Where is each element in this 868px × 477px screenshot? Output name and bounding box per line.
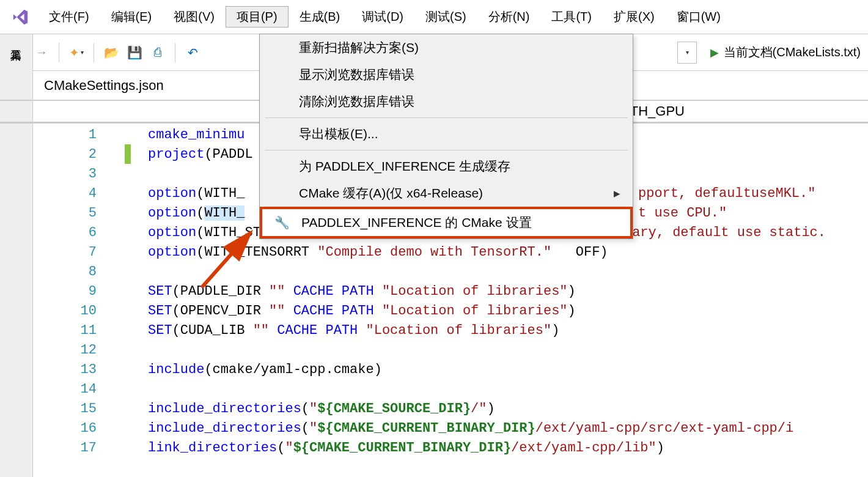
code-line[interactable]: include(cmake/yaml-cpp.cmake): [119, 362, 382, 377]
code-line[interactable]: link_directories("${CMAKE_CURRENT_BINARY…: [119, 440, 664, 456]
menu-视图v[interactable]: 视图(V): [163, 6, 226, 28]
submenu-arrow-icon: ▸: [614, 186, 620, 201]
line-number: 8: [33, 264, 119, 279]
save-button[interactable]: 💾: [123, 42, 145, 64]
line-number: 1: [33, 127, 119, 142]
line-number: 5: [33, 205, 119, 221]
menu-item-1[interactable]: 显示浏览数据库错误: [260, 61, 633, 88]
menu-bar: 文件(F)编辑(E)视图(V)项目(P)生成(B)调试(D)测试(S)分析(N)…: [0, 0, 868, 34]
menu-item-2[interactable]: 清除浏览数据库错误: [260, 88, 633, 115]
line-number: 11: [33, 323, 119, 338]
line-number: 13: [33, 362, 119, 377]
breadcrumb-scope[interactable]: ITH_GPU: [627, 103, 685, 119]
menu-item-4[interactable]: 导出模板(E)...: [260, 120, 633, 147]
menu-项目p[interactable]: 项目(P): [226, 6, 289, 28]
code-line-right[interactable]: t use CPU.": [638, 205, 727, 221]
menu-生成b[interactable]: 生成(B): [289, 6, 351, 28]
menu-item-0[interactable]: 重新扫描解决方案(S): [260, 34, 633, 61]
code-line[interactable]: SET(PADDLE_DIR "" CACHE PATH "Location o…: [119, 284, 576, 299]
menu-编辑e[interactable]: 编辑(E): [100, 6, 163, 28]
line-number: 6: [33, 225, 119, 240]
toolbox-label: 工具箱: [0, 34, 32, 49]
new-item-button[interactable]: ✦▾: [65, 42, 87, 64]
code-line[interactable]: option(WITH_TENSORRT "Compile demo with …: [119, 245, 608, 260]
line-number: 3: [33, 166, 119, 182]
line-number: 4: [33, 186, 119, 201]
menu-item-7[interactable]: CMake 缓存(A)(仅 x64-Release)▸: [260, 180, 633, 207]
menu-调试d[interactable]: 调试(D): [351, 6, 414, 28]
undo-button[interactable]: ↶: [182, 42, 204, 64]
menu-扩展x[interactable]: 扩展(X): [603, 6, 666, 28]
code-line[interactable]: cmake_minimu: [119, 127, 245, 142]
config-dropdown[interactable]: ▾: [677, 42, 697, 64]
code-line[interactable]: SET(CUDA_LIB "" CACHE PATH "Location of …: [119, 323, 559, 338]
menu-测试s[interactable]: 测试(S): [414, 6, 477, 28]
code-line[interactable]: project(PADDL: [119, 147, 253, 162]
wrench-icon: 🔧: [274, 215, 290, 230]
line-number: 7: [33, 245, 119, 260]
menu-文件f[interactable]: 文件(F): [38, 6, 100, 28]
save-all-button[interactable]: ⎙: [147, 42, 169, 64]
menu-分析n[interactable]: 分析(N): [477, 6, 541, 28]
tab-cmakesettings[interactable]: CMakeSettings.json: [44, 78, 164, 94]
line-number: 10: [33, 303, 119, 319]
modified-marker: [125, 144, 131, 164]
line-number: 12: [33, 342, 119, 358]
project-menu-dropdown: 重新扫描解决方案(S)显示浏览数据库错误清除浏览数据库错误导出模板(E)...为…: [259, 34, 633, 239]
line-number: 14: [33, 382, 119, 397]
code-line-right[interactable]: pport, defaultuseMKL.": [638, 186, 815, 201]
menu-item-6[interactable]: 为 PADDLEX_INFERENCE 生成缓存: [260, 153, 633, 180]
vs-logo-icon: [10, 7, 31, 28]
line-number: 15: [33, 401, 119, 416]
run-doc-label: 当前文档(CMakeLists.txt): [724, 44, 861, 61]
code-line[interactable]: include_directories("${CMAKE_SOURCE_DIR}…: [119, 401, 495, 416]
code-line[interactable]: option(WITH_: [119, 186, 245, 201]
play-icon: ▶: [710, 46, 719, 59]
menu-工具t[interactable]: 工具(T): [540, 6, 603, 28]
line-number: 16: [33, 421, 119, 436]
code-line[interactable]: SET(OPENCV_DIR "" CACHE PATH "Location o…: [119, 303, 576, 319]
code-line[interactable]: include_directories("${CMAKE_CURRENT_BIN…: [119, 421, 793, 436]
line-number: 2: [33, 147, 119, 162]
nav-fwd-button[interactable]: →: [31, 42, 53, 64]
line-number: 9: [33, 284, 119, 299]
open-button[interactable]: 📂: [100, 42, 122, 64]
line-number: 17: [33, 440, 119, 456]
menu-窗口w[interactable]: 窗口(W): [666, 6, 732, 28]
menu-item-8[interactable]: 🔧PADDLEX_INFERENCE 的 CMake 设置: [260, 207, 633, 239]
run-current-doc-button[interactable]: ▶ 当前文档(CMakeLists.txt): [710, 44, 861, 61]
code-line[interactable]: option(WITH_: [119, 205, 245, 221]
